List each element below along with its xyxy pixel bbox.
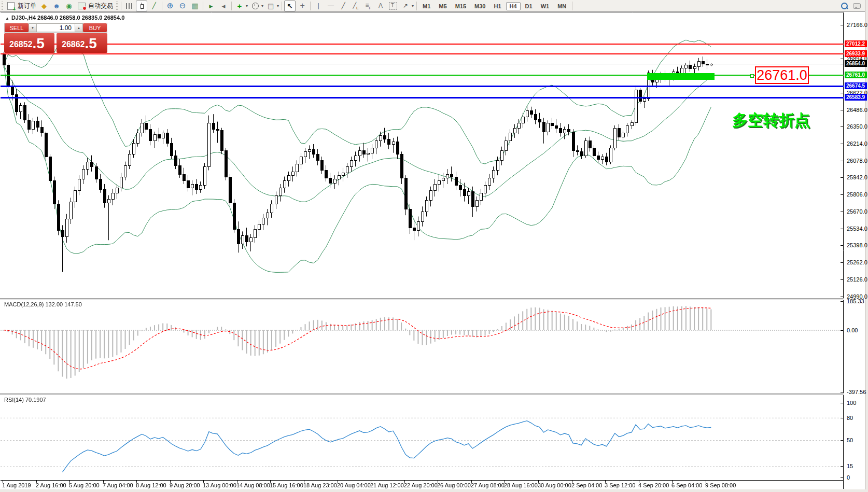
navigator-button[interactable] xyxy=(51,1,62,11)
crosshair-button[interactable] xyxy=(297,1,308,11)
time-tick: 13 Aug 00:00 xyxy=(203,482,236,488)
buy-price-frac: .5 xyxy=(85,36,97,51)
vertical-line-button[interactable] xyxy=(313,1,324,11)
timeframe-m5[interactable]: M5 xyxy=(435,2,450,10)
zoom-out-button[interactable] xyxy=(177,1,188,11)
crosshair-icon xyxy=(300,1,304,10)
time-tick: 22 Aug 20:00 xyxy=(404,482,438,488)
new-order-label[interactable]: 新订单 xyxy=(18,2,36,10)
time-tick: 18 Aug 23:00 xyxy=(303,482,337,488)
price-tick: 26214.0 xyxy=(847,140,867,147)
separator xyxy=(162,2,162,10)
autotrading-button[interactable] xyxy=(76,1,87,11)
price-tick: 26078.0 xyxy=(847,158,867,164)
templates-icon xyxy=(268,2,274,10)
autotrading-label[interactable]: 自动交易 xyxy=(88,2,113,10)
auto-scroll-button[interactable] xyxy=(205,1,217,11)
toolbar-grip[interactable] xyxy=(2,2,3,10)
highlight-zone[interactable] xyxy=(647,73,715,80)
quotes-button[interactable] xyxy=(38,1,50,11)
rsi-panel-splitter[interactable] xyxy=(0,393,844,395)
horizontal-line-27012.2[interactable] xyxy=(1,44,844,45)
time-tick: 26 Aug 00:00 xyxy=(437,482,471,488)
timeframe-mn[interactable]: MN xyxy=(554,2,570,10)
one-click-toggle-icon[interactable]: ▲ xyxy=(5,16,9,21)
volume-input[interactable] xyxy=(37,23,75,32)
text-label-button[interactable]: T xyxy=(387,1,399,11)
channel-button[interactable] xyxy=(350,1,361,11)
time-tick: 14 Aug 08:00 xyxy=(236,482,270,488)
cursor-button[interactable] xyxy=(284,1,296,11)
new-order-icon xyxy=(7,2,15,10)
templates-button[interactable] xyxy=(265,1,276,11)
time-tick: 30 Aug 00:00 xyxy=(538,482,571,488)
line-chart-button[interactable] xyxy=(148,1,160,11)
rsi-tick: 0 xyxy=(847,474,850,481)
price-tick: 25942.0 xyxy=(847,174,867,180)
timeframe-m30[interactable]: M30 xyxy=(471,2,489,10)
fibonacci-button[interactable] xyxy=(362,1,374,11)
timeframe-m15[interactable]: M15 xyxy=(452,2,470,10)
autotrading-icon xyxy=(78,3,86,9)
time-tick: 1 Aug 2019 xyxy=(2,482,31,488)
buy-button[interactable]: BUY xyxy=(83,23,107,32)
tile-windows-button[interactable] xyxy=(189,1,201,11)
text-button[interactable] xyxy=(375,1,386,11)
line-handle[interactable] xyxy=(750,74,754,78)
candlestick-chart-button[interactable] xyxy=(136,1,147,11)
macd-tick: 0.00 xyxy=(847,327,858,333)
horizontal-line-26761[interactable] xyxy=(1,75,844,76)
separator xyxy=(310,2,311,10)
macd-panel-splitter[interactable] xyxy=(0,298,844,300)
search-button[interactable] xyxy=(838,1,850,11)
chat-icon xyxy=(853,3,861,9)
horizontal-line-26674.5[interactable] xyxy=(1,86,844,87)
price-chart-canvas[interactable] xyxy=(1,12,844,489)
timeframe-d1[interactable]: D1 xyxy=(522,2,536,10)
buy-price-panel[interactable]: 26862.5 xyxy=(57,33,107,53)
chat-button[interactable] xyxy=(851,1,862,11)
signals-button[interactable] xyxy=(63,1,75,11)
chart-shift-button[interactable] xyxy=(218,1,229,11)
periods-button[interactable] xyxy=(249,1,261,11)
timeframe-m1[interactable]: M1 xyxy=(419,2,434,10)
sell-button[interactable]: SELL xyxy=(5,23,29,32)
arrows-button[interactable] xyxy=(400,1,411,11)
arrows-icon xyxy=(403,2,408,9)
time-tick: 7 Aug 04:00 xyxy=(103,482,133,488)
turning-point-text[interactable]: 多空转折点 xyxy=(732,110,810,131)
sell-price-panel[interactable]: 26852.5 xyxy=(4,33,54,53)
trendline-button[interactable] xyxy=(338,1,349,11)
horizontal-line-26583.9[interactable] xyxy=(1,97,844,99)
time-tick: 4 Sep 20:00 xyxy=(638,482,669,488)
templates-dropdown[interactable]: ▾ xyxy=(277,4,279,8)
horizontal-line-26933.9[interactable] xyxy=(1,53,844,54)
time-tick: 9 Aug 20:00 xyxy=(170,482,200,488)
volume-down-button[interactable]: ▼ xyxy=(29,23,37,32)
arrows-dropdown[interactable]: ▾ xyxy=(412,4,414,8)
timeframe-h1[interactable]: H1 xyxy=(490,2,505,10)
timeframe-group: M1M5M15M30H1H4D1W1MN xyxy=(418,1,570,10)
price-annotation-box[interactable]: 26761.0 xyxy=(755,66,809,84)
trendline-icon xyxy=(341,2,345,9)
rsi-tick: 100 xyxy=(847,400,856,406)
indicators-button[interactable] xyxy=(234,1,245,11)
horizontal-line-button[interactable] xyxy=(325,1,337,11)
price-tick: 26486.0 xyxy=(847,107,867,113)
text-icon xyxy=(379,2,383,9)
bar-chart-button[interactable] xyxy=(123,1,135,11)
time-tick: 28 Aug 16:00 xyxy=(504,482,538,488)
price-tag-26583.9: 26583.9 xyxy=(845,94,867,101)
volume-up-button[interactable]: ▲ xyxy=(75,23,83,32)
new-order-button[interactable] xyxy=(5,1,17,11)
time-tick: 3 Sep 12:00 xyxy=(605,482,635,488)
separator xyxy=(203,2,203,10)
separator xyxy=(121,2,121,10)
zoom-in-button[interactable] xyxy=(164,1,176,11)
timeframe-w1[interactable]: W1 xyxy=(537,2,553,10)
timeframe-h4[interactable]: H4 xyxy=(506,2,521,10)
periods-dropdown[interactable]: ▾ xyxy=(261,4,263,8)
toolbar-grip[interactable] xyxy=(116,2,118,10)
indicators-dropdown[interactable]: ▾ xyxy=(246,4,248,8)
time-tick: 8 Aug 12:00 xyxy=(136,482,166,488)
